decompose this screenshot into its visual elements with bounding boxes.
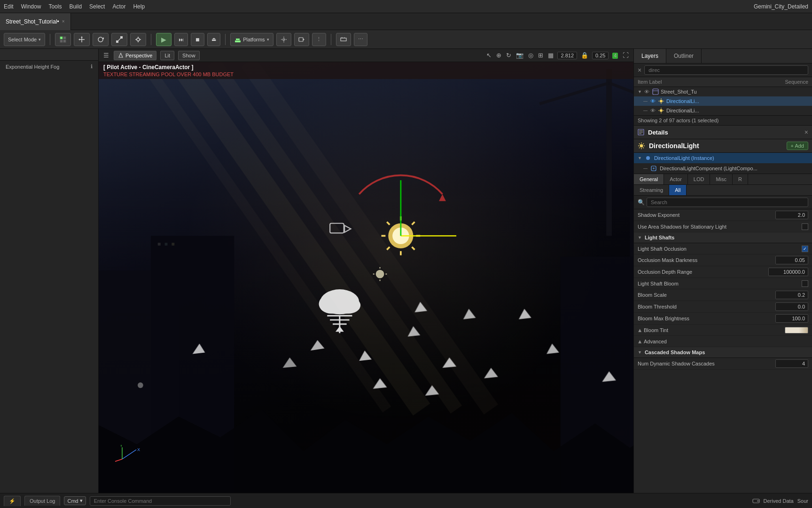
vr-icon[interactable]: ◎ xyxy=(527,51,534,60)
tab-streaming[interactable]: Streaming xyxy=(634,185,669,195)
instance-expand[interactable]: ▼ xyxy=(638,156,642,160)
rotate-button[interactable] xyxy=(93,33,109,46)
step-button[interactable]: ⏭ xyxy=(174,33,188,46)
layer-count-icon[interactable]: 4 xyxy=(611,51,619,60)
details-search-input[interactable] xyxy=(647,198,808,207)
tab-lod[interactable]: LOD xyxy=(688,174,710,184)
screenshot-icon[interactable]: 📷 xyxy=(515,51,524,60)
dots-button[interactable]: ⋯ xyxy=(354,33,367,46)
expand-arrow-root[interactable]: ▼ xyxy=(638,89,642,94)
shadow-exponent-input[interactable] xyxy=(775,211,808,219)
layers-tab[interactable]: Layers xyxy=(634,49,666,63)
light-shaft-occlusion-checkbox[interactable] xyxy=(802,246,808,252)
snap-to-surface-button[interactable] xyxy=(55,33,71,46)
viewport[interactable]: [ Pilot Active - CineCameraActor ] TEXTU… xyxy=(99,62,633,493)
occlusion-mask-darkness-input[interactable] xyxy=(775,256,808,264)
outliner-item-dl2[interactable]: — 👁 DirectionalLi... xyxy=(634,106,812,115)
viewport-menu-button[interactable]: ☰ xyxy=(102,51,110,60)
settings-toolbar-button[interactable] xyxy=(276,33,291,46)
menu-tools[interactable]: Tools xyxy=(48,3,62,10)
tab-close-button[interactable]: × xyxy=(62,19,65,24)
details-close-button[interactable]: × xyxy=(804,128,808,136)
svg-point-19 xyxy=(283,39,285,40)
eject-button[interactable]: ⏏ xyxy=(207,33,220,46)
info-icon[interactable]: ℹ xyxy=(91,64,93,70)
grid-snap-icon[interactable]: ▦ xyxy=(547,51,554,60)
menu-build[interactable]: Build xyxy=(69,3,82,10)
svg-rect-18 xyxy=(236,39,240,40)
tab-all[interactable]: All xyxy=(669,185,687,195)
grid-icon[interactable]: ⊞ xyxy=(537,51,544,60)
scale-button[interactable] xyxy=(111,33,127,46)
height-fog-label: Exponential Height Fog xyxy=(6,64,59,70)
bloom-threshold-input[interactable] xyxy=(775,302,808,311)
use-area-shadows-checkbox[interactable] xyxy=(802,223,808,230)
tab-general[interactable]: General xyxy=(634,174,664,184)
eye-dl1[interactable]: 👁 xyxy=(649,98,656,104)
lit-button[interactable]: Lit xyxy=(160,51,174,60)
fov-scale-value[interactable]: 0.25 xyxy=(592,52,609,59)
height-fog-item[interactable]: Exponential Height Fog ℹ xyxy=(0,61,98,72)
perspective-button[interactable]: Perspective xyxy=(114,51,156,60)
add-component-button[interactable]: + Add xyxy=(787,142,808,150)
bloom-tint-color[interactable] xyxy=(785,327,808,333)
more-button[interactable]: ⋮ xyxy=(312,33,326,46)
output-log-tab[interactable]: Output Log xyxy=(24,496,60,506)
derived-data-label[interactable]: Derived Data xyxy=(764,498,794,504)
tab-street-shot[interactable]: Street_Shot_Tutorial• × xyxy=(0,13,71,30)
outliner-item-root[interactable]: ▼ 👁 Street_Shot_Tu xyxy=(634,87,812,96)
maximize-icon[interactable]: ⛶ xyxy=(622,51,630,60)
snap-toggle[interactable] xyxy=(130,33,146,46)
play-button[interactable]: ▶ xyxy=(156,33,172,46)
bloom-max-brightness-input[interactable] xyxy=(775,314,808,323)
tab-actor[interactable]: Actor xyxy=(664,174,688,184)
main-area: Exponential Height Fog ℹ ☰ Perspective L… xyxy=(0,49,812,493)
component-expand[interactable]: — xyxy=(643,166,648,171)
transform-button[interactable] xyxy=(74,33,90,46)
cmd-dropdown[interactable]: Cmd ▾ xyxy=(64,496,86,505)
viewport-right-controls: ↖ ⊕ ↻ 📷 ◎ ⊞ ▦ 2.812 🔒 0.25 4 ⛶ xyxy=(485,51,630,60)
tab-misc[interactable]: Misc xyxy=(710,174,733,184)
outliner-tab[interactable]: Outliner xyxy=(666,49,702,63)
refresh-icon[interactable]: ↻ xyxy=(505,51,512,60)
crosshair-icon[interactable]: ⊕ xyxy=(495,51,502,60)
occlusion-depth-range-input[interactable] xyxy=(768,268,808,276)
outliner-item-dl1[interactable]: — 👁 DirectionalLi... xyxy=(634,96,812,106)
expand-arrow-dl2[interactable]: — xyxy=(643,108,648,113)
expand-arrow-dl1[interactable]: — xyxy=(643,99,648,103)
svg-marker-26 xyxy=(119,53,123,57)
details-icon xyxy=(638,129,644,135)
source-label[interactable]: Sour xyxy=(797,498,808,504)
num-cascades-input[interactable] xyxy=(775,359,808,368)
bloom-scale-input[interactable] xyxy=(775,291,808,299)
search-close-button[interactable]: × xyxy=(638,66,641,74)
cinematic-button[interactable] xyxy=(336,33,351,46)
fov-value[interactable]: 2.812 xyxy=(557,52,577,59)
scale-icon xyxy=(116,36,123,43)
cinema-button[interactable] xyxy=(294,33,309,46)
eye-root[interactable]: 👁 xyxy=(644,89,650,95)
bottom-power-tab[interactable]: ⚡ xyxy=(4,496,21,506)
show-button[interactable]: Show xyxy=(178,51,200,60)
select-mode-dropdown[interactable]: Select Mode xyxy=(4,33,45,46)
light-shafts-arrow: ▼ xyxy=(638,235,642,240)
outliner-search-input[interactable] xyxy=(644,65,808,75)
menu-select[interactable]: Select xyxy=(89,3,105,10)
light-shaft-bloom-checkbox[interactable] xyxy=(802,280,808,287)
menu-help[interactable]: Help xyxy=(133,3,145,10)
light-shafts-section-header[interactable]: ▼ Light Shafts xyxy=(634,232,812,243)
platforms-dropdown[interactable]: Platforms xyxy=(230,33,273,46)
cascaded-shadow-maps-header[interactable]: ▼ Cascaded Shadow Maps xyxy=(634,347,812,358)
comp-item-instance[interactable]: ▼ DirectionalLight (Instance) xyxy=(634,153,812,163)
menu-edit[interactable]: Edit xyxy=(4,3,14,10)
menu-window[interactable]: Window xyxy=(21,3,41,10)
details-properties: 🔍 Shadow Exponent Use Area Shadows for S… xyxy=(634,196,812,493)
comp-item-component[interactable]: — DirectionalLightComponent (LightCompo.… xyxy=(634,163,812,174)
menu-actor[interactable]: Actor xyxy=(112,3,125,10)
tab-r[interactable]: R xyxy=(733,174,748,184)
eye-dl2[interactable]: 👁 xyxy=(649,108,656,113)
cursor-icon[interactable]: ↖ xyxy=(485,51,492,60)
lock-icon[interactable]: 🔒 xyxy=(580,51,589,60)
console-input[interactable] xyxy=(90,496,231,506)
stop-button[interactable]: ⏹ xyxy=(191,33,204,46)
